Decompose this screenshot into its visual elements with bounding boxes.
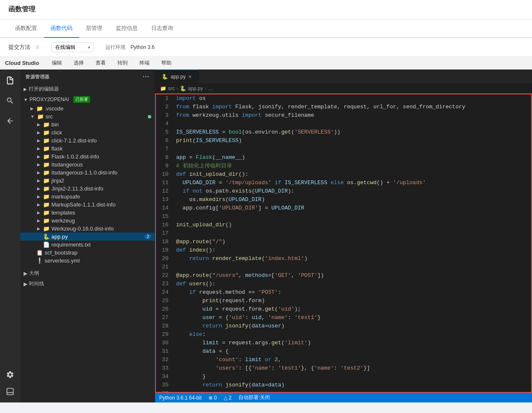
- tree-item-bin[interactable]: ▶ 📁 bin: [20, 121, 155, 129]
- line-code[interactable]: def index():: [173, 246, 531, 255]
- menu-help[interactable]: 帮助: [159, 59, 174, 67]
- file-icon: 🐍: [43, 233, 50, 240]
- line-code[interactable]: app.config['UPLOAD_DIR'] = UPLOAD_DIR: [173, 204, 531, 212]
- tree-item-flask[interactable]: ▶ 📁 flask: [20, 145, 155, 153]
- line-code[interactable]: from werkzeug.utils import secure_filena…: [173, 111, 531, 120]
- tree-item-werkzeug[interactable]: ▶ 📁 werkzeug: [20, 217, 155, 225]
- settings-icon[interactable]: [3, 367, 18, 382]
- line-code[interactable]: return render_template('index.html')清除全部…: [173, 255, 531, 263]
- line-code[interactable]: from flask import Flask, jsonify, render…: [173, 103, 531, 111]
- file-label: requirements.txt: [51, 241, 91, 248]
- menu-terminal[interactable]: 终端: [137, 59, 152, 67]
- line-code[interactable]: [173, 263, 531, 271]
- tree-item-serverless-yml[interactable]: ▶ ❕ serverless.yml: [20, 257, 155, 265]
- tree-item-templates[interactable]: ▶ 📁 templates: [20, 209, 155, 217]
- deploy-status[interactable]: 自动部署:关闭: [238, 394, 270, 401]
- modified-dot: [148, 115, 151, 118]
- line-code[interactable]: 'count': limit or 2,: [173, 356, 531, 364]
- menu-view[interactable]: 查看: [93, 59, 108, 67]
- tree-item-markupsafe[interactable]: ▶ 📁 markupsafe: [20, 193, 155, 201]
- search-icon[interactable]: [3, 93, 18, 108]
- line-code[interactable]: import os: [173, 94, 531, 103]
- line-code[interactable]: @app.route("/users", methods=['GET', 'PO…: [173, 271, 531, 280]
- line-code[interactable]: limit = request.args.get('limit'): [173, 339, 531, 347]
- line-code[interactable]: [173, 120, 531, 128]
- line-code[interactable]: [173, 229, 531, 238]
- folder-label: bin: [51, 121, 59, 128]
- tree-item-requirements[interactable]: ▶ 📄 requirements.txt: [20, 241, 155, 249]
- timeline-section[interactable]: ▶ 时间线: [20, 279, 155, 289]
- tree-item-werkzeug-dist[interactable]: ▶ 📁 Werkzeug-0.16.0.dist-info: [20, 225, 155, 233]
- line-code[interactable]: @app.route("/"): [173, 238, 531, 246]
- tree-item-itsdangerous-dist[interactable]: ▶ 📁 itsdangerous-1.1.0.dist-info: [20, 169, 155, 177]
- tab-monitor[interactable]: 监控信息: [109, 19, 144, 38]
- line-code[interactable]: uid = request.form.get('uid');: [173, 305, 531, 314]
- line-code[interactable]: return jsonify(data=user): [173, 322, 531, 330]
- line-code[interactable]: user = {'uid': uid, 'name': 'test1'}: [173, 314, 531, 322]
- menu-select[interactable]: 选择: [71, 59, 86, 67]
- tree-item-jinja2-dist[interactable]: ▶ 📁 Jinja2-2.11.3.dist-info: [20, 185, 155, 193]
- git-icon[interactable]: [3, 113, 18, 129]
- line-code[interactable]: # 初始化上传临时目录: [173, 162, 531, 170]
- tree-item-src[interactable]: ▼ 📁 src: [20, 113, 155, 121]
- line-code[interactable]: os.makedirs(UPLOAD_DIR): [173, 196, 531, 204]
- line-code[interactable]: [173, 212, 531, 221]
- panel-icon[interactable]: [3, 384, 18, 399]
- tree-item-click[interactable]: ▶ 📁 click: [20, 129, 155, 137]
- editor-tab-app-py[interactable]: 🐍 app.py ×: [155, 70, 199, 83]
- line-number: 24: [156, 288, 173, 297]
- tree-item-jinja2[interactable]: ▶ 📁 jinja2: [20, 177, 155, 185]
- line-code[interactable]: def init_upload_dir():: [173, 170, 531, 179]
- menu-edit[interactable]: 编辑: [49, 59, 64, 67]
- tab-func-config[interactable]: 函数配置: [8, 19, 44, 38]
- breadcrumb-ellipsis: …: [208, 86, 213, 91]
- folder-icon: 📁: [43, 153, 50, 160]
- line-code[interactable]: def users():: [173, 280, 531, 288]
- line-code[interactable]: init_upload_dir(): [173, 221, 531, 229]
- table-row: 3 from werkzeug.utils import secure_file…: [156, 111, 531, 120]
- line-code[interactable]: print(request.form): [173, 297, 531, 305]
- tree-item-vscode[interactable]: ▶ 📁 .vscode: [20, 105, 155, 113]
- tree-item-click-dist[interactable]: ▶ 📁 click-7.1.2.dist-info: [20, 137, 155, 145]
- line-code[interactable]: 'users': [{'name': 'test1'}, {'name': 't…: [173, 364, 531, 373]
- line-code[interactable]: IS_SERVERLESS = bool(os.environ.get('SER…: [173, 128, 531, 137]
- menu-goto[interactable]: 转到: [115, 59, 130, 67]
- line-code[interactable]: if request.method == 'POST':: [173, 288, 531, 297]
- tab-layer[interactable]: 层管理: [79, 19, 109, 38]
- line-number: 36: [156, 389, 173, 393]
- tree-item-itsdangerous[interactable]: ▶ 📁 itsdangerous: [20, 161, 155, 169]
- line-code[interactable]: else:: [173, 330, 531, 339]
- explorer-icon[interactable]: [3, 73, 18, 88]
- line-code[interactable]: if not os.path.exists(UPLOAD_DIR):: [173, 187, 531, 196]
- line-number: 32: [156, 356, 173, 364]
- open-editors-section[interactable]: ▶ 打开的编辑器: [20, 84, 155, 94]
- line-code[interactable]: }: [173, 373, 531, 381]
- line-code[interactable]: [173, 145, 531, 153]
- online-edit-select[interactable]: 在线编辑 本地上传: [51, 42, 94, 52]
- table-row: 19 def index():: [156, 246, 531, 255]
- warnings-count[interactable]: △ 2: [224, 395, 232, 401]
- line-code[interactable]: UPLOAD_DIR = '/tmp/uploads' if IS_SERVER…: [173, 179, 531, 187]
- tree-item-scf-bootstrap[interactable]: ▶ 📋 scf_bootstrap: [20, 249, 155, 257]
- code-editor[interactable]: 1 import os 2 from flask import Flask, j…: [155, 94, 532, 393]
- line-code[interactable]: [173, 389, 531, 393]
- breadcrumb-sep2: ›: [205, 86, 206, 91]
- line-code[interactable]: data = {: [173, 347, 531, 356]
- sidebar-menu-icon[interactable]: ···: [143, 73, 150, 80]
- line-number: 27: [156, 314, 173, 322]
- tab-log[interactable]: 日志查询: [144, 19, 180, 38]
- tree-item-app-py[interactable]: ▶ 🐍 app.py 2: [20, 233, 155, 241]
- tree-item-flask-dist[interactable]: ▶ 📁 Flask-1.0.2.dist-info: [20, 153, 155, 161]
- line-code[interactable]: return jsonify(data=data): [173, 381, 531, 389]
- folder-label: werkzeug: [51, 217, 75, 224]
- tab-func-code[interactable]: 函数代码: [44, 19, 79, 38]
- tree-item-markupsafe-dist[interactable]: ▶ 📁 MarkupSafe-1.1.1.dist-info: [20, 201, 155, 209]
- line-code[interactable]: print(IS_SERVERLESS): [173, 137, 531, 145]
- outline-section[interactable]: ▶ 大纲: [20, 268, 155, 279]
- errors-count[interactable]: ⊗ 0: [209, 395, 217, 401]
- online-edit-select-wrap[interactable]: 在线编辑 本地上传: [51, 42, 94, 52]
- tab-close-icon[interactable]: ×: [188, 73, 192, 80]
- project-section[interactable]: ▼ PROXY2OPENAI 已部署: [20, 94, 155, 105]
- python-version[interactable]: Python 3.6.1 64-bit: [159, 395, 202, 401]
- line-code[interactable]: app = Flask(__name__): [173, 153, 531, 162]
